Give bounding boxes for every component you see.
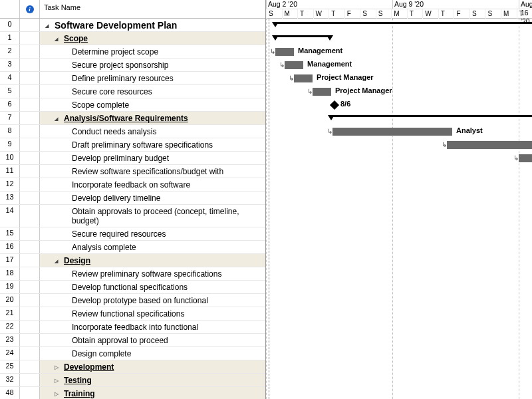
gantt-chart[interactable]: Aug 2 '20Aug 9 '20Aug 16 '20 SMTWTFSSMTW… [266,0,532,399]
timeline-header: Aug 2 '20Aug 9 '20Aug 16 '20 SMTWTFSSMTW… [266,0,532,19]
table-row[interactable]: 11Review software specifications/budget … [0,165,265,178]
task-name-cell[interactable]: Secure project sponsorship [40,59,265,71]
task-name-cell[interactable]: Analysis complete [40,241,265,253]
gantt-bar[interactable] [285,61,303,69]
task-name-cell[interactable]: Incorporate feedback into functional [40,321,265,333]
gantt-area[interactable]: Management↳Management↳Project Manager↳Pr… [266,19,532,399]
summary-bar[interactable] [331,115,532,120]
row-id: 19 [0,281,20,293]
collapse-icon[interactable] [55,115,61,122]
row-id: 2 [0,45,20,58]
day-label: F [454,9,469,19]
task-name-cell[interactable]: Scope [40,32,265,45]
gantt-bar[interactable] [294,74,313,82]
task-name-label: Scope [64,34,88,43]
table-row[interactable]: 4Define preliminary resources [0,72,265,85]
task-name-cell[interactable]: Obtain approval to proceed [40,334,265,346]
expand-icon[interactable] [55,390,61,397]
table-row[interactable]: 25Development [0,360,265,374]
table-row[interactable]: 8Conduct needs analysis [0,125,265,138]
task-name-cell[interactable]: Secure core resources [40,85,265,98]
task-name-cell[interactable]: Define preliminary resources [40,72,265,84]
task-name-cell[interactable]: Design [40,254,265,267]
task-name-cell[interactable]: Software Development Plan [40,19,265,31]
table-row[interactable]: 0Software Development Plan [0,19,265,32]
summary-bar[interactable] [275,35,330,41]
gantt-bar[interactable] [313,88,331,96]
task-name-cell[interactable]: Develop functional specifications [40,281,265,293]
task-name-label: Analysis/Software Requirements [64,114,188,123]
collapse-icon[interactable] [45,22,52,29]
task-name-cell[interactable]: Secure required resources [40,227,265,240]
task-name-cell[interactable]: Analysis/Software Requirements [40,112,265,124]
task-name-cell[interactable]: Incorporate feedback on software [40,178,265,191]
gantt-bar[interactable] [275,48,294,56]
task-name-cell[interactable]: Draft preliminary software specification… [40,138,265,151]
table-row[interactable]: 32Testing [0,374,265,387]
task-name-cell[interactable]: Design complete [40,347,265,360]
table-row[interactable]: 14Obtain approvals to proceed (concept, … [0,205,265,227]
task-grid[interactable]: i Task Name 0Software Development Plan1S… [0,0,266,399]
task-name-label: Scope complete [72,100,129,110]
task-name-cell[interactable]: Review functional specifications [40,307,265,320]
task-name-cell[interactable]: Determine project scope [40,45,265,58]
table-row[interactable]: 1Scope [0,32,265,45]
task-name-cell[interactable]: Obtain approvals to proceed (concept, ti… [40,205,265,227]
task-name-cell[interactable]: Training [40,387,265,399]
row-info-cell [20,267,40,280]
table-row[interactable]: 48Training [0,387,265,399]
day-label: M [501,9,517,19]
table-row[interactable]: 18Review preliminary software specificat… [0,267,265,281]
table-row[interactable]: 19Develop functional specifications [0,281,265,294]
task-name-cell[interactable]: Develop preliminary budget [40,152,265,164]
task-name-column-header[interactable]: Task Name [40,0,265,18]
row-info-cell [20,205,40,227]
table-row[interactable]: 9Draft preliminary software specificatio… [0,138,265,152]
row-id: 8 [0,125,20,138]
table-row[interactable]: 12Incorporate feedback on software [0,178,265,192]
row-info-cell [20,227,40,240]
task-name-label: Testing [64,376,92,385]
info-column-header[interactable]: i [20,0,40,18]
task-name-label: Draft preliminary software specification… [72,140,213,150]
table-row[interactable]: 3Secure project sponsorship [0,59,265,72]
table-row[interactable]: 10Develop preliminary budget [0,152,265,165]
table-row[interactable]: 7Analysis/Software Requirements [0,112,265,125]
task-name-label: Secure core resources [72,87,152,96]
expand-icon[interactable] [55,377,61,384]
table-row[interactable]: 20Develop prototype based on functional [0,294,265,307]
gantt-bar[interactable] [332,128,452,136]
task-name-cell[interactable]: Development [40,360,265,373]
task-name-label: Incorporate feedback into functional [72,323,198,332]
summary-bar[interactable] [275,22,532,27]
task-name-cell[interactable]: Develop prototype based on functional [40,294,265,307]
table-row[interactable]: 5Secure core resources [0,85,265,98]
id-column-header[interactable] [0,0,20,18]
table-row[interactable]: 21Review functional specifications [0,307,265,321]
gantt-bar[interactable] [447,141,532,149]
row-info-cell [20,360,40,373]
expand-icon[interactable] [55,364,61,370]
collapse-icon[interactable] [55,35,61,42]
table-row[interactable]: 17Design [0,254,265,267]
today-line [269,19,269,399]
table-row[interactable]: 23Obtain approval to proceed [0,334,265,347]
task-name-cell[interactable]: Develop delivery timeline [40,192,265,204]
task-name-label: Review preliminary software specificatio… [72,269,221,279]
table-row[interactable]: 24Design complete [0,347,265,360]
task-name-cell[interactable]: Conduct needs analysis [40,125,265,138]
task-name-cell[interactable]: Review software specifications/budget wi… [40,165,265,178]
table-row[interactable]: 13Develop delivery timeline [0,192,265,205]
row-id: 22 [0,321,20,333]
collapse-icon[interactable] [55,257,61,264]
table-row[interactable]: 2Determine project scope [0,45,265,59]
table-row[interactable]: 22Incorporate feedback into functional [0,321,265,334]
table-row[interactable]: 15Secure required resources [0,227,265,241]
table-row[interactable]: 6Scope complete [0,98,265,112]
task-name-cell[interactable]: Review preliminary software specificatio… [40,267,265,280]
task-name-cell[interactable]: Testing [40,374,265,386]
table-row[interactable]: 16Analysis complete [0,241,265,254]
task-name-cell[interactable]: Scope complete [40,98,265,111]
milestone-marker[interactable] [330,100,339,110]
gantt-bar[interactable] [519,154,532,162]
